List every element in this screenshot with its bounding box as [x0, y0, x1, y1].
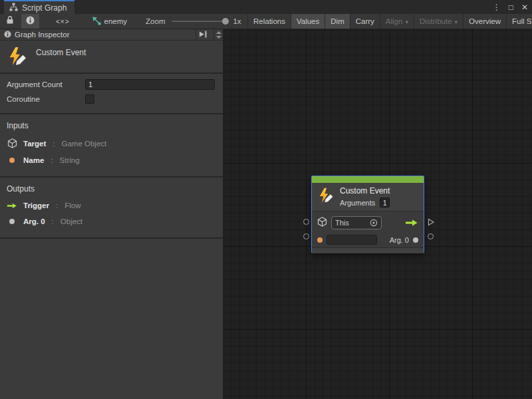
- node-title: Custom Event: [340, 186, 390, 196]
- argument-count-label: Argument Count: [7, 80, 85, 88]
- carry-button[interactable]: Carry: [350, 14, 380, 29]
- values-button[interactable]: Values: [291, 14, 325, 29]
- inputs-title: Inputs: [7, 121, 216, 130]
- inputs-section: Inputs Target : Game Object Name : Strin…: [0, 114, 223, 178]
- unity-script-graph-window: Script Graph ⋮ □ ✕: [0, 0, 532, 399]
- button-label: Full Screen: [512, 17, 532, 25]
- chevron-down-icon: [216, 36, 221, 39]
- button-label: Values: [297, 17, 319, 25]
- colon-separator: :: [51, 156, 53, 164]
- dock-panel-button[interactable]: [196, 29, 210, 41]
- node-header[interactable]: Custom Event Arguments 1: [312, 183, 424, 211]
- port-type: Game Object: [62, 140, 107, 148]
- node-arg0-row: Arg. 0: [317, 232, 418, 247]
- arguments-label: Arguments: [340, 199, 375, 207]
- custom-event-icon: [317, 187, 334, 207]
- colon-separator: :: [56, 201, 58, 209]
- colon-separator: :: [52, 217, 54, 225]
- cube-icon: [7, 138, 17, 148]
- port-type: Flow: [65, 201, 80, 209]
- button-label: Carry: [356, 17, 374, 25]
- tab-script-graph[interactable]: Script Graph: [4, 0, 74, 14]
- graph-toolbar: <×> enemy Zoom 1x: [0, 14, 532, 29]
- toolbar-buttons: Relations Values Dim Carry Align ▾ Distr…: [247, 14, 532, 29]
- relations-button[interactable]: Relations: [248, 14, 291, 29]
- coroutine-checkbox[interactable]: [85, 94, 94, 104]
- string-port-dot: [7, 158, 17, 163]
- node-footer: [312, 247, 424, 253]
- argument-count-row: Argument Count: [7, 78, 215, 90]
- kebab-menu-icon[interactable]: ⋮: [493, 3, 501, 12]
- node-target-row: This: [317, 213, 418, 232]
- argument-count-input[interactable]: [85, 79, 215, 90]
- distribute-button[interactable]: Distribute ▾: [414, 14, 464, 29]
- full-screen-button[interactable]: Full Screen: [507, 14, 532, 29]
- button-label: Distribute: [420, 17, 452, 25]
- tab-strip: Script Graph ⋮ □ ✕: [0, 0, 532, 14]
- port-type: Object: [61, 217, 82, 225]
- panel-title: Graph Inspector: [15, 31, 192, 39]
- graph-name: enemy: [104, 17, 128, 25]
- port-type: String: [60, 156, 80, 164]
- custom-event-node[interactable]: Custom Event Arguments 1: [311, 176, 424, 253]
- graph-canvas[interactable]: Custom Event Arguments 1: [223, 29, 532, 399]
- node-output-port-arg0[interactable]: [428, 233, 434, 239]
- inspector-toggle-button[interactable]: [21, 14, 39, 29]
- input-row-target: Target : Game Object: [7, 138, 216, 148]
- outputs-title: Outputs: [7, 184, 216, 194]
- unit-settings-section: Argument Count Coroutine: [0, 74, 223, 114]
- dim-button[interactable]: Dim: [325, 14, 350, 29]
- graph-hierarchy-icon: [9, 3, 18, 13]
- flow-arrow-icon: [405, 219, 418, 227]
- zoom-value: 1x: [233, 17, 241, 25]
- button-label: Relations: [253, 17, 285, 25]
- node-input-port-target[interactable]: [303, 219, 309, 225]
- custom-event-icon: [7, 46, 28, 67]
- port-name: Name: [23, 156, 44, 164]
- target-dropdown[interactable]: This: [331, 216, 382, 229]
- button-label: Overview: [469, 17, 501, 25]
- flow-arrow-icon: [7, 202, 17, 209]
- info-icon: [4, 29, 11, 41]
- align-button[interactable]: Align ▾: [380, 14, 414, 29]
- window-controls: ⋮ □ ✕: [493, 0, 528, 14]
- port-name: Target: [23, 140, 46, 148]
- node-output-port-trigger[interactable]: [427, 218, 435, 226]
- zoom-slider-knob[interactable]: [222, 18, 229, 25]
- graph-breadcrumb[interactable]: enemy: [92, 16, 128, 27]
- button-label: Dim: [331, 17, 344, 25]
- output-row-arg0: Arg. 0 : Object: [7, 217, 216, 225]
- arguments-value[interactable]: 1: [380, 198, 390, 207]
- panel-size-stepper[interactable]: [213, 29, 223, 41]
- coroutine-label: Coroutine: [7, 95, 85, 103]
- zoom-label: Zoom: [146, 17, 165, 25]
- arg0-label: Arg. 0: [390, 236, 409, 244]
- node-body: This: [312, 211, 424, 247]
- chevron-up-icon: [216, 31, 221, 34]
- close-icon[interactable]: ✕: [521, 3, 528, 12]
- node-arguments-row: Arguments 1: [340, 198, 390, 207]
- outputs-section: Outputs Trigger : Flow Arg. 0 : Object: [0, 178, 223, 239]
- object-port-dot: [413, 237, 418, 243]
- graph-inspector-panel: Graph Inspector: [0, 29, 223, 399]
- port-name: Arg. 0: [23, 217, 45, 225]
- code-view-button[interactable]: <×>: [51, 14, 74, 29]
- dropdown-arrow-icon: ▾: [405, 19, 408, 25]
- colon-separator: :: [53, 140, 55, 148]
- overview-button[interactable]: Overview: [464, 14, 507, 29]
- input-row-name: Name : String: [7, 156, 216, 164]
- maximize-icon[interactable]: □: [509, 3, 513, 12]
- lock-button[interactable]: [1, 14, 19, 29]
- arg0-input[interactable]: [327, 235, 377, 245]
- object-port-dot: [7, 219, 17, 224]
- zoom-slider[interactable]: [172, 21, 227, 22]
- button-label: Align: [386, 17, 403, 25]
- node-input-port-name[interactable]: [303, 233, 309, 239]
- code-icon: <×>: [56, 18, 70, 25]
- lock-icon: [6, 15, 14, 27]
- target-picker-icon[interactable]: [370, 219, 378, 227]
- dropdown-arrow-icon: ▾: [455, 19, 458, 25]
- target-value: This: [335, 219, 349, 227]
- unit-title: Custom Event: [36, 48, 86, 67]
- port-name: Trigger: [23, 201, 49, 209]
